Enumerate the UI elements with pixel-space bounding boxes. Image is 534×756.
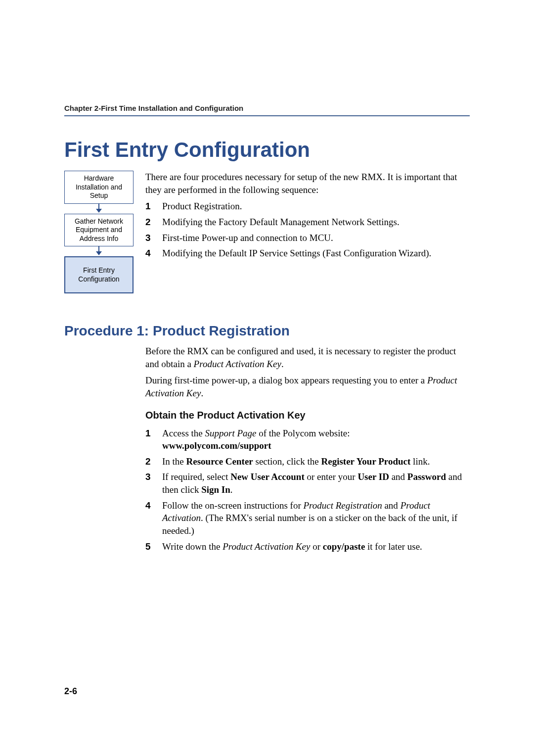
flow-box-gather: Gather Network Equipment and Address Inf… [64, 214, 134, 247]
proc1-para-2: During first-time power-up, a dialog box… [145, 374, 470, 399]
obtain-step-list: 1 Access the Support Page of the Polycom… [145, 427, 470, 553]
flow-box-first-entry: First Entry Configuration [64, 256, 134, 293]
section-title: First Entry Configuration [64, 138, 470, 162]
support-url: www.polycom.com/support [162, 440, 271, 451]
list-item: 3 If required, select New User Account o… [145, 471, 470, 496]
procedure-1-title: Procedure 1: Product Registration [64, 323, 470, 339]
list-item: 3First-time Power-up and connection to M… [145, 232, 470, 244]
arrow-down-icon [64, 246, 134, 256]
obtain-key-heading: Obtain the Product Activation Key [145, 409, 470, 422]
list-item: 4Modifying the Default IP Service Settin… [145, 247, 470, 260]
procedure-1-body: Before the RMX can be configured and use… [145, 345, 470, 553]
list-item: 2Modifying the Factory Default Managemen… [145, 216, 470, 229]
list-item: 1 Access the Support Page of the Polycom… [145, 427, 470, 452]
list-item: 2 In the Resource Center section, click … [145, 455, 470, 468]
list-item: 4 Follow the on-screen instructions for … [145, 499, 470, 537]
intro-paragraph: There are four procedures necessary for … [145, 171, 470, 196]
arrow-down-icon [64, 204, 134, 214]
flow-box-hardware: Hardware Installation and Setup [64, 171, 134, 204]
intro-step-list: 1Product Registration. 2Modifying the Fa… [145, 200, 470, 260]
running-header: Chapter 2-First Time Installation and Co… [64, 104, 470, 116]
list-item: 1Product Registration. [145, 200, 470, 213]
flow-diagram: Hardware Installation and Setup Gather N… [64, 171, 134, 293]
intro-text-block: There are four procedures necessary for … [145, 171, 470, 263]
page-number: 2-6 [64, 686, 77, 697]
proc1-para-1: Before the RMX can be configured and use… [145, 345, 470, 370]
list-item: 5 Write down the Product Activation Key … [145, 540, 470, 553]
